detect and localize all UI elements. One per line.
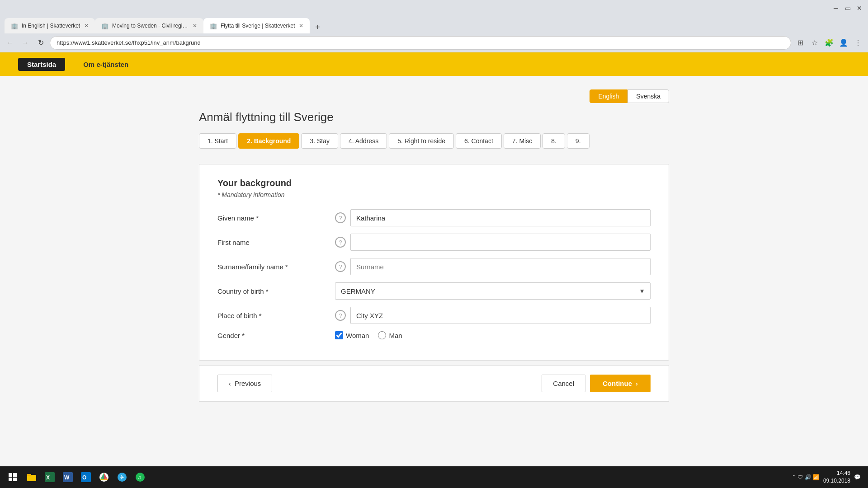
step-2[interactable]: 2. Background — [238, 133, 299, 149]
taskbar-spotify[interactable]: ♫ — [132, 469, 148, 485]
continue-button[interactable]: Continue › — [590, 375, 651, 392]
place-of-birth-row: Place of birth * ? — [217, 307, 651, 324]
forward-button[interactable]: → — [19, 37, 32, 49]
gender-man-label[interactable]: Man — [378, 331, 402, 339]
title-bar: ─ ▭ ✕ — [0, 0, 868, 16]
taskbar: X W O ✈ ♫ ⌃ 🛡 🔊 📶 14:46 09.10.2018 💬 — [0, 466, 868, 488]
surname-row: Surname/family name * ? — [217, 258, 651, 275]
tab-label-2: Moving to Sweden - Civil registr... — [112, 23, 189, 29]
tab-close-1[interactable]: ✕ — [84, 23, 89, 29]
step-7[interactable]: 7. Misc — [504, 133, 541, 149]
step-5[interactable]: 5. Right to reside — [389, 133, 454, 149]
address-input[interactable] — [50, 36, 791, 50]
gender-man-text: Man — [389, 332, 402, 339]
gender-man-radio[interactable] — [378, 331, 386, 339]
taskbar-date-value: 09.10.2018 — [823, 477, 850, 485]
step-4[interactable]: 4. Address — [340, 133, 387, 149]
form-card: Your background * Mandatory information … — [199, 164, 669, 361]
svg-text:✈: ✈ — [119, 474, 124, 481]
tab-label-1: In English | Skatteverket — [22, 23, 80, 29]
address-bar: ← → ↻ ⊞ ☆ 🧩 👤 ⋮ — [0, 33, 868, 52]
section-title: Your background — [217, 178, 651, 188]
taskbar-clock: 14:46 09.10.2018 — [823, 469, 850, 485]
svg-rect-5 — [27, 474, 31, 476]
start-button[interactable] — [4, 468, 22, 486]
taskbar-notification[interactable]: 💬 — [854, 474, 861, 480]
country-of-birth-row: Country of birth * GERMANY SWEDEN FRANCE… — [217, 282, 651, 300]
bookmark-icon[interactable]: ☆ — [808, 37, 821, 49]
first-name-label: First name — [217, 239, 335, 246]
previous-button[interactable]: ‹ Previous — [217, 375, 272, 392]
maximize-btn[interactable]: ▭ — [844, 4, 852, 12]
first-name-help-icon[interactable]: ? — [335, 237, 346, 248]
taskbar-file-explorer[interactable] — [24, 469, 40, 485]
gender-woman-label[interactable]: Woman — [335, 331, 369, 339]
tabs-bar: 🏢 In English | Skatteverket ✕ 🏢 Moving t… — [0, 16, 868, 33]
svg-rect-1 — [13, 473, 17, 477]
browser-tab-3[interactable]: 🏢 Flytta till Sverige | Skatteverket ✕ — [203, 18, 310, 33]
continue-label: Continue — [603, 380, 632, 387]
back-button[interactable]: ← — [4, 37, 16, 49]
browser-tab-2[interactable]: 🏢 Moving to Sweden - Civil registr... ✕ — [95, 18, 203, 33]
reload-button[interactable]: ↻ — [34, 37, 47, 49]
menu-icon[interactable]: ⋮ — [852, 37, 864, 49]
tab-label-3: Flytta till Sverige | Skatteverket — [221, 23, 295, 29]
svg-rect-3 — [13, 478, 17, 481]
om-nav[interactable]: Om e-tjänsten — [74, 58, 137, 71]
new-tab-button[interactable]: + — [311, 21, 324, 33]
translate-icon[interactable]: ⊞ — [794, 37, 807, 49]
extension-icon[interactable]: 🧩 — [823, 37, 835, 49]
prev-arrow-icon: ‹ — [229, 380, 231, 387]
tab-favicon-2: 🏢 — [101, 23, 108, 29]
svg-text:O: O — [82, 474, 86, 481]
mandatory-label: * Mandatory information — [217, 191, 651, 198]
tab-close-3[interactable]: ✕ — [299, 23, 303, 29]
steps-bar: 1. Start 2. Background 3. Stay 4. Addres… — [199, 133, 669, 150]
surname-help-icon[interactable]: ? — [335, 261, 346, 272]
minimize-btn[interactable]: ─ — [832, 4, 840, 12]
country-of-birth-select[interactable]: GERMANY SWEDEN FRANCE USA — [335, 282, 651, 300]
english-lang-btn[interactable]: English — [590, 89, 627, 103]
step-6[interactable]: 6. Contact — [456, 133, 502, 149]
given-name-row: Given name * ? — [217, 209, 651, 226]
tab-close-2[interactable]: ✕ — [193, 23, 197, 29]
previous-label: Previous — [235, 380, 261, 387]
taskbar-chrome[interactable] — [96, 469, 112, 485]
surname-label: Surname/family name * — [217, 263, 335, 271]
taskbar-telegram[interactable]: ✈ — [114, 469, 130, 485]
svg-text:♫: ♫ — [137, 474, 141, 480]
startsida-nav[interactable]: Startsida — [18, 58, 65, 71]
surname-input[interactable] — [350, 258, 651, 275]
step-8[interactable]: 8. — [542, 133, 565, 149]
close-btn[interactable]: ✕ — [855, 4, 863, 12]
given-name-help-icon[interactable]: ? — [335, 212, 346, 223]
place-of-birth-input[interactable] — [350, 307, 651, 324]
place-of-birth-label: Place of birth * — [217, 312, 335, 319]
profile-icon[interactable]: 👤 — [837, 37, 850, 49]
tab-favicon-1: 🏢 — [11, 23, 18, 29]
step-3[interactable]: 3. Stay — [301, 133, 338, 149]
gender-woman-checkbox[interactable] — [335, 331, 343, 339]
svg-rect-4 — [27, 475, 36, 481]
taskbar-time-value: 14:46 — [823, 469, 850, 477]
svenska-lang-btn[interactable]: Svenska — [627, 89, 669, 103]
place-of-birth-help-icon[interactable]: ? — [335, 310, 346, 321]
gender-row: Gender * Woman Man — [217, 331, 651, 339]
browser-tab-1[interactable]: 🏢 In English | Skatteverket ✕ — [5, 18, 95, 33]
footer-btn-group: Cancel Continue › — [542, 375, 651, 392]
step-1[interactable]: 1. Start — [199, 133, 236, 149]
taskbar-outlook[interactable]: O — [78, 469, 94, 485]
taskbar-system-icons: ⌃ 🛡 🔊 📶 — [792, 474, 820, 480]
step-9[interactable]: 9. — [567, 133, 590, 149]
taskbar-word[interactable]: W — [60, 469, 76, 485]
taskbar-excel[interactable]: X — [42, 469, 58, 485]
main-container: English Svenska Anmäl flyttning till Sve… — [199, 89, 669, 402]
footer-buttons: ‹ Previous Cancel Continue › — [199, 365, 669, 402]
taskbar-right: ⌃ 🛡 🔊 📶 14:46 09.10.2018 💬 — [792, 469, 864, 485]
given-name-input[interactable] — [350, 209, 651, 226]
svg-text:X: X — [46, 474, 50, 481]
first-name-row: First name ? — [217, 234, 651, 251]
first-name-input[interactable] — [350, 234, 651, 251]
cancel-button[interactable]: Cancel — [542, 375, 585, 392]
country-of-birth-label: Country of birth * — [217, 287, 335, 295]
